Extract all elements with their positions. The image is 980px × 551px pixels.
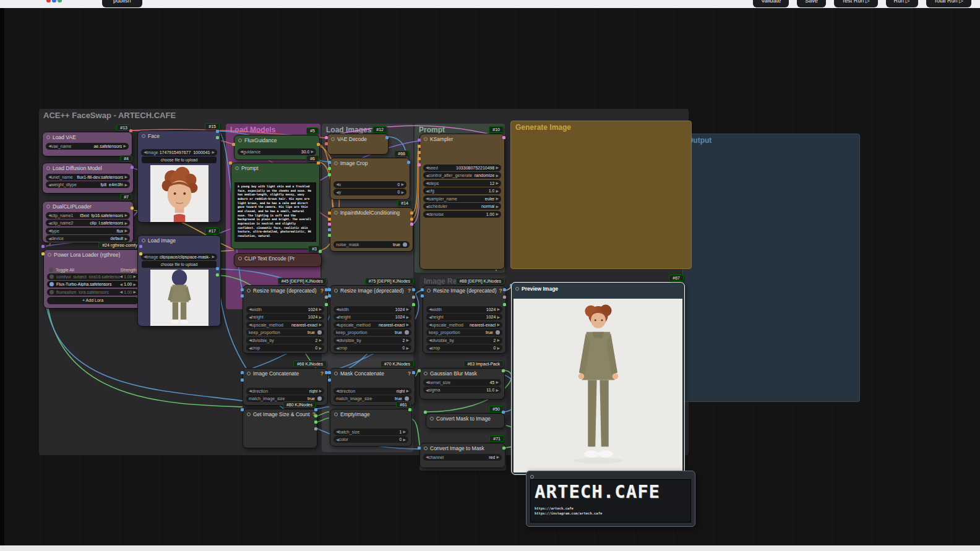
connector-dot[interactable] xyxy=(216,273,219,276)
connector-dot[interactable] xyxy=(412,288,415,291)
collapse-dot-icon[interactable] xyxy=(334,289,338,293)
increment-arrow-icon[interactable]: ▶ xyxy=(406,338,409,342)
increment-arrow-icon[interactable]: ▶ xyxy=(133,275,136,278)
help-icon[interactable]: ? xyxy=(320,370,324,377)
connector-dot[interactable] xyxy=(232,143,235,146)
node-mask-concatenate[interactable]: #70 KJNodes Mask Concatenate ? ◀directio… xyxy=(330,368,415,406)
connector-dot[interactable] xyxy=(502,136,505,139)
increment-arrow-icon[interactable]: ▶ xyxy=(496,166,499,169)
collapse-dot-icon[interactable] xyxy=(238,257,242,260)
collapse-dot-icon[interactable] xyxy=(46,205,50,208)
connector-dot[interactable] xyxy=(216,136,219,139)
topbar-button-save[interactable]: Save xyxy=(797,0,826,7)
publish-button[interactable]: publish xyxy=(102,0,142,7)
connector-dot[interactable] xyxy=(418,446,421,450)
collapse-dot-icon[interactable] xyxy=(238,139,242,142)
widget-divisible_by[interactable]: ◀divisible_by2▶ xyxy=(246,337,324,344)
toggle-dot-icon[interactable] xyxy=(317,330,322,335)
connector-dot[interactable] xyxy=(328,223,331,226)
connector-dot[interactable] xyxy=(421,294,424,297)
increment-arrow-icon[interactable]: ▶ xyxy=(496,212,499,216)
increment-arrow-icon[interactable]: ▶ xyxy=(124,221,127,225)
increment-arrow-icon[interactable]: ▶ xyxy=(496,174,499,177)
increment-arrow-icon[interactable]: ▶ xyxy=(133,290,136,294)
widget-seed[interactable]: ◀seed1033080752210498▶ xyxy=(423,164,501,171)
collapse-dot-icon[interactable] xyxy=(334,211,338,215)
widget-clip_name1[interactable]: ◀clip_name1t5xxl_fp16.safetensors▶ xyxy=(46,212,130,219)
widget-keep_proportion[interactable]: keep_proportiontrue xyxy=(246,329,324,336)
connector-dot[interactable] xyxy=(410,218,413,221)
decrement-arrow-icon[interactable]: ◀ xyxy=(120,290,123,294)
node-vae-decode[interactable]: #12 VAE Decode xyxy=(327,134,389,155)
connector-dot[interactable] xyxy=(216,130,219,133)
widget-color[interactable]: ◀color0▶ xyxy=(333,436,408,443)
connector-dot[interactable] xyxy=(241,408,244,411)
widget-crop[interactable]: ◀crop0▶ xyxy=(426,344,502,351)
connector-dot[interactable] xyxy=(328,161,331,164)
connector-dot[interactable] xyxy=(325,136,328,139)
collapse-dot-icon[interactable] xyxy=(331,137,335,141)
lora-toggle-dot[interactable] xyxy=(49,282,54,286)
collapse-dot-icon[interactable] xyxy=(334,372,338,375)
connector-dot[interactable] xyxy=(229,161,232,164)
node-graph-canvas[interactable]: ACE++ FaceSwap - ARTECH.CAFE Load Models… xyxy=(0,8,980,545)
connector-dot[interactable] xyxy=(412,371,415,374)
toggle-dot-icon[interactable] xyxy=(496,330,500,335)
decrement-arrow-icon[interactable]: ◀ xyxy=(120,283,123,286)
collapse-dot-icon[interactable] xyxy=(515,287,519,291)
node-face[interactable]: #15 Face ◀image1747915497677_100004166-1… xyxy=(137,130,221,223)
increment-arrow-icon[interactable]: ▶ xyxy=(496,181,499,185)
connector-dot[interactable] xyxy=(317,143,320,146)
connector-dot[interactable] xyxy=(41,252,45,255)
topbar-button-total-run[interactable]: Total Run ▷ xyxy=(926,0,971,7)
node-resize-image-1[interactable]: #45 [DEPR] KJNodes Resize Image (depreca… xyxy=(243,285,328,354)
increment-arrow-icon[interactable]: ▶ xyxy=(124,237,127,241)
connector-dot[interactable] xyxy=(131,166,134,169)
connector-dot[interactable] xyxy=(328,167,331,170)
topbar-button-validate[interactable]: Validate xyxy=(753,0,789,7)
node-inpaint-model-conditioning[interactable]: #14 InpaintModelConditioning noise_maskt… xyxy=(330,207,413,252)
connector-dot[interactable] xyxy=(421,288,424,291)
connector-dot[interactable] xyxy=(41,245,45,248)
widget-upscale_method[interactable]: ◀upscale_methodnearest-exact▶ xyxy=(426,322,502,328)
widget-width[interactable]: ◀width1024▶ xyxy=(246,306,324,313)
connector-dot[interactable] xyxy=(328,371,331,374)
toggle-dot-icon[interactable] xyxy=(317,396,322,401)
collapse-dot-icon[interactable] xyxy=(424,137,428,141)
increment-arrow-icon[interactable]: ▶ xyxy=(496,197,499,200)
node-artech-banner[interactable]: ARTECH.CAFE https://artech.cafe https://… xyxy=(526,471,695,527)
connector-dot[interactable] xyxy=(328,378,331,382)
connector-dot[interactable] xyxy=(328,173,331,176)
collapse-dot-icon[interactable] xyxy=(427,289,431,293)
node-power-lora-loader[interactable]: #24 rgthree-comfy Power Lora Loader (rgt… xyxy=(43,249,142,309)
widget-direction[interactable]: ◀directionright▶ xyxy=(246,388,324,395)
widget-divisible_by[interactable]: ◀divisible_by2▶ xyxy=(426,337,502,344)
node-ksampler[interactable]: #10 KSampler ◀seed1033080752210498▶◀cont… xyxy=(419,134,505,270)
increment-arrow-icon[interactable]: ▶ xyxy=(401,190,404,194)
connector-dot[interactable] xyxy=(503,296,506,299)
connector-dot[interactable] xyxy=(418,369,421,372)
increment-arrow-icon[interactable]: ▶ xyxy=(496,380,499,384)
node-load-image[interactable]: #17 Load Image ◀imageclipspace/clipspace… xyxy=(137,235,221,327)
connector-dot[interactable] xyxy=(502,411,505,414)
widget-x[interactable]: ◀x0▶ xyxy=(333,181,406,188)
increment-arrow-icon[interactable]: ▶ xyxy=(124,213,127,217)
connector-dot[interactable] xyxy=(412,296,415,299)
connector-dot[interactable] xyxy=(328,288,331,291)
connector-dot[interactable] xyxy=(241,371,244,374)
increment-arrow-icon[interactable]: ▶ xyxy=(124,229,127,233)
widget-vae_name[interactable]: ◀vae_nameae.safetensors▶ xyxy=(46,143,129,150)
connector-dot[interactable] xyxy=(325,303,328,306)
node-image-concatenate[interactable]: #68 KJNodes Image Concatenate ? ◀directi… xyxy=(243,368,328,406)
connector-dot[interactable] xyxy=(241,294,244,297)
node-image-crop[interactable]: #66 Image Crop ◀x0▶◀y0▶ xyxy=(330,158,410,200)
increment-arrow-icon[interactable]: ▶ xyxy=(497,338,500,342)
collapse-dot-icon[interactable] xyxy=(247,412,251,416)
widget-batch_size[interactable]: ◀batch_size1▶ xyxy=(333,429,408,435)
widget-keep_proportion[interactable]: keep_proportiontrue xyxy=(426,329,502,336)
node-resize-image-2[interactable]: #75 [DEPR] KJNodes Resize Image (depreca… xyxy=(330,285,415,354)
connector-dot[interactable] xyxy=(131,207,134,210)
group-generate-image[interactable]: Generate Image xyxy=(510,121,692,269)
connector-dot[interactable] xyxy=(241,378,244,382)
connector-dot[interactable] xyxy=(503,288,506,291)
